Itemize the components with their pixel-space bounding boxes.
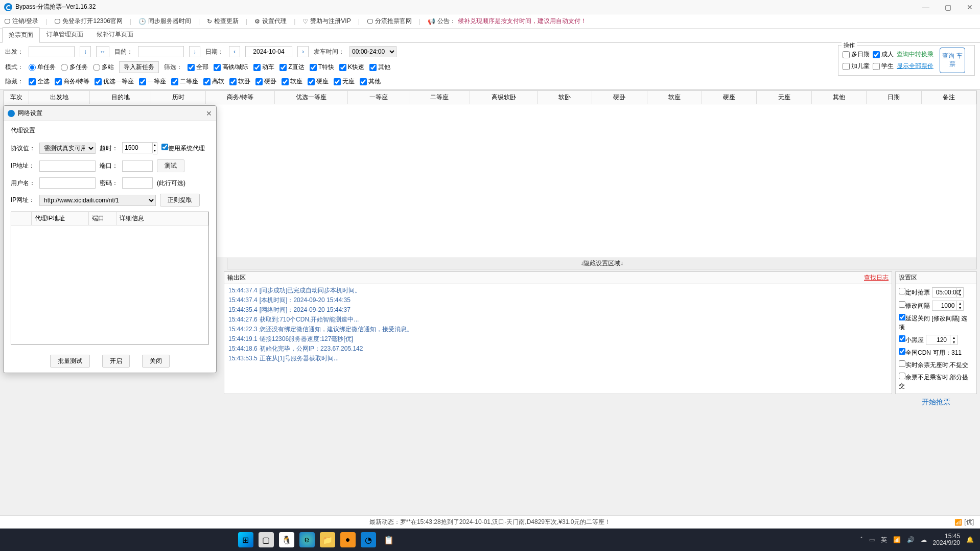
table-header[interactable]: 其他 xyxy=(812,91,867,104)
hide-shangte[interactable]: 商务/特等 xyxy=(55,77,89,86)
hide-wuzuo[interactable]: 无座 xyxy=(334,77,355,86)
tray-notification-icon[interactable]: 🔔 xyxy=(966,536,974,543)
maximize-button[interactable]: ▢ xyxy=(942,2,954,12)
tray-clock[interactable]: 15:45 2024/9/20 xyxy=(933,533,960,546)
toolbar-open12306[interactable]: 🖵 免登录打开12306官网 xyxy=(54,17,122,26)
toolbar-checkupdate[interactable]: ↻ 检查更新 xyxy=(207,17,239,26)
toolbar-setproxy[interactable]: ⚙ 设置代理 xyxy=(254,17,287,26)
hide-yideng[interactable]: 一等座 xyxy=(139,77,166,86)
close-button[interactable]: ✕ xyxy=(964,2,976,12)
edge-icon[interactable]: e xyxy=(299,532,315,547)
from-input[interactable] xyxy=(29,46,75,57)
tray-wifi-icon[interactable]: 📶 xyxy=(893,536,901,543)
view-log-link[interactable]: 查找日志 xyxy=(864,273,889,282)
url-select[interactable]: http://www.xicidaili.com/nt/1 xyxy=(39,195,156,206)
import-task-button[interactable]: 导入新任务 xyxy=(119,61,159,73)
table-header[interactable]: 历时 xyxy=(151,91,206,104)
mode-multi[interactable]: 多任务 xyxy=(61,63,88,72)
table-header[interactable]: 一等座 xyxy=(348,91,409,104)
table-header[interactable]: 商务/特等 xyxy=(206,91,275,104)
filter-other[interactable]: 其他 xyxy=(369,63,390,72)
tray-volume-icon[interactable]: 🔊 xyxy=(907,536,915,543)
ops-student[interactable]: 学生 xyxy=(873,62,894,71)
hide-ruanwo[interactable]: 软卧 xyxy=(229,77,250,86)
timeout-input[interactable] xyxy=(122,142,153,153)
swap-button[interactable]: ↔ xyxy=(96,46,109,57)
ops-child[interactable]: 加儿童 xyxy=(843,62,870,71)
hide-ruanzuo[interactable]: 软座 xyxy=(282,77,302,86)
set-partial[interactable]: 余票不足乘客时,部分提交 xyxy=(899,373,973,391)
toolbar-homepage[interactable]: 🖵 分流抢票官网 xyxy=(367,17,412,26)
qq-icon[interactable]: 🐧 xyxy=(279,532,294,547)
hide-youyi[interactable]: 优选一等座 xyxy=(95,77,134,86)
set-timed[interactable]: 定时抢票 xyxy=(899,288,930,297)
toolbar-logout[interactable]: 🖵 注销/登录 xyxy=(4,17,38,26)
table-header[interactable]: 高级软卧 xyxy=(470,91,537,104)
table-header[interactable]: 日期 xyxy=(867,91,921,104)
hide-erdeng[interactable]: 二等座 xyxy=(171,77,198,86)
tray-cloud-icon[interactable]: ☁ xyxy=(921,536,927,543)
mode-single[interactable]: 单任务 xyxy=(29,63,56,72)
table-header[interactable]: 软座 xyxy=(647,91,702,104)
set-cdn[interactable]: 全国CDN xyxy=(899,348,931,357)
filter-z[interactable]: Z直达 xyxy=(279,63,304,72)
enable-button[interactable]: 开启 xyxy=(102,355,130,368)
dialog-close[interactable]: ✕ xyxy=(206,109,212,118)
explorer-icon[interactable]: 📁 xyxy=(320,532,335,547)
use-sysproxy[interactable]: 使用系统代理 xyxy=(161,144,205,153)
depart-time-select[interactable]: 00:00-24:00 xyxy=(349,46,396,57)
toolbar-synctime[interactable]: 🕒 同步服务器时间 xyxy=(138,17,191,26)
hidden-splitter[interactable]: ↓隐藏设置区域↓ xyxy=(227,258,977,269)
app-icon-1[interactable]: ● xyxy=(340,532,356,547)
tray-ime[interactable]: 英 xyxy=(881,536,887,544)
set-delayclose[interactable]: 延迟关闭 [修改间隔] 选项 xyxy=(899,314,973,332)
set-noseat[interactable]: 实时余票无座时,不提交 xyxy=(899,360,968,370)
filter-gaotie[interactable]: 高铁/城际 xyxy=(214,63,248,72)
table-header[interactable]: 车次 xyxy=(4,91,29,104)
port-input[interactable] xyxy=(122,160,153,172)
date-input[interactable] xyxy=(245,46,292,57)
minimize-button[interactable]: — xyxy=(919,2,932,12)
proto-select[interactable]: 需测试真实可用 xyxy=(39,143,96,154)
hide-gaoruan[interactable]: 高软 xyxy=(203,77,224,86)
user-input[interactable] xyxy=(39,177,96,189)
regex-extract-button[interactable]: 正则提取 xyxy=(160,194,200,206)
hide-yingwo[interactable]: 硬卧 xyxy=(255,77,276,86)
table-header[interactable]: 二等座 xyxy=(409,91,470,104)
filter-k[interactable]: K快速 xyxy=(339,63,364,72)
tray-battery-icon[interactable]: ▭ xyxy=(869,536,875,543)
tab-grab[interactable]: 抢票页面 xyxy=(2,27,40,43)
hide-other[interactable]: 其他 xyxy=(360,77,381,86)
query-button[interactable]: 查询 车票 xyxy=(940,48,965,73)
ip-input[interactable] xyxy=(39,160,96,172)
app-icon-2[interactable]: 📋 xyxy=(381,532,396,547)
filter-all[interactable]: 全部 xyxy=(188,63,208,72)
start-grab-button[interactable]: 开始抢票 xyxy=(896,394,976,411)
to-input[interactable] xyxy=(138,46,184,57)
table-header[interactable]: 硬卧 xyxy=(592,91,647,104)
table-header[interactable]: 出发地 xyxy=(29,91,90,104)
table-header[interactable]: 硬座 xyxy=(702,91,757,104)
batch-test-button[interactable]: 批量测试 xyxy=(50,355,90,368)
table-header[interactable]: 优选一等座 xyxy=(275,91,348,104)
link-allprice[interactable]: 显示全部票价 xyxy=(897,62,934,71)
table-header[interactable]: 备注 xyxy=(922,91,976,104)
tray-chevron-icon[interactable]: ˄ xyxy=(860,536,863,543)
table-header[interactable]: 软卧 xyxy=(538,91,592,104)
hide-allsel[interactable]: 全选 xyxy=(29,77,50,86)
bypass-taskbar-icon[interactable]: ◔ xyxy=(361,532,376,547)
set-blackroom[interactable]: 小黑屋 xyxy=(899,335,924,345)
taskview-icon[interactable]: ▢ xyxy=(259,532,274,547)
toolbar-sponsor[interactable]: ♡ 赞助与注册VIP xyxy=(302,17,351,26)
link-transfer[interactable]: 查询中转换乘 xyxy=(897,50,934,59)
pwd-input[interactable] xyxy=(122,177,153,189)
start-button[interactable]: ⊞ xyxy=(238,532,253,547)
tab-waitlist[interactable]: 候补订单页面 xyxy=(90,27,140,42)
close-button-dlg[interactable]: 关闭 xyxy=(142,355,170,368)
set-interval[interactable]: 修改间隔 xyxy=(899,301,930,310)
from-dropdown[interactable]: ↓ xyxy=(80,46,91,57)
table-header[interactable]: 无座 xyxy=(757,91,811,104)
date-next[interactable]: › xyxy=(297,46,309,57)
test-button[interactable]: 测试 xyxy=(157,159,184,172)
ops-multidate[interactable]: 多日期 xyxy=(843,50,870,59)
